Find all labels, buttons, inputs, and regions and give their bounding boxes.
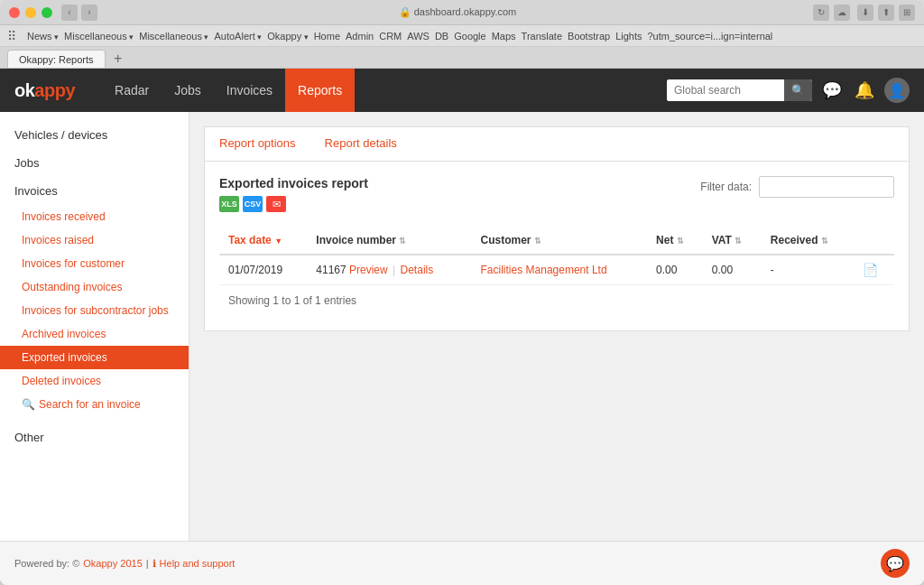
sort-arrows-icon: ⇅ bbox=[399, 237, 406, 246]
user-avatar[interactable]: 👤 bbox=[884, 78, 910, 103]
col-customer[interactable]: Customer ⇅ bbox=[472, 227, 648, 255]
tab-title: Okappy: Reports bbox=[19, 54, 94, 65]
nav-reports[interactable]: Reports bbox=[285, 69, 355, 112]
sort-arrows-icon-2: ⇅ bbox=[534, 237, 541, 246]
cloud-icon[interactable]: ☁ bbox=[834, 5, 850, 21]
nav-radar[interactable]: Radar bbox=[102, 69, 162, 112]
export-csv-button[interactable]: CSV bbox=[243, 196, 263, 212]
app-header: okappy Radar Jobs Invoices Reports 🔍 💬 🔔… bbox=[0, 69, 924, 112]
db-link[interactable]: DB bbox=[435, 31, 448, 42]
sidebar-invoices-customer[interactable]: Invoices for customer bbox=[0, 252, 189, 275]
crm-link[interactable]: CRM bbox=[379, 31, 402, 42]
share-icon[interactable]: ⬆ bbox=[878, 5, 894, 21]
traffic-lights bbox=[9, 7, 52, 18]
pipe-separator: | bbox=[393, 264, 395, 276]
autoalert-menu[interactable]: AutoAlert bbox=[214, 31, 262, 42]
chat-bubble-button[interactable]: 💬 bbox=[881, 549, 910, 578]
misc-menu-2[interactable]: Miscellaneous bbox=[139, 31, 208, 42]
global-search-box: 🔍 bbox=[667, 79, 812, 101]
sidebar-invoices-subcontractor[interactable]: Invoices for subcontractor jobs bbox=[0, 299, 189, 322]
table-row: 01/07/2019 41167 Preview | Details Faci bbox=[219, 255, 894, 285]
export-email-button[interactable]: ✉ bbox=[266, 196, 286, 212]
preview-link[interactable]: Preview bbox=[349, 264, 388, 276]
new-tab-icon[interactable]: ⊞ bbox=[899, 5, 915, 21]
sidebar-invoices-received[interactable]: Invoices received bbox=[0, 205, 189, 228]
brand-link[interactable]: Okappy 2015 bbox=[83, 558, 142, 569]
browser-tab-bar: Okappy: Reports + bbox=[0, 47, 924, 69]
forward-button[interactable]: › bbox=[81, 5, 97, 21]
sidebar-search-invoice[interactable]: 🔍 Search for an invoice bbox=[0, 393, 189, 416]
sidebar-archived-invoices[interactable]: Archived invoices bbox=[0, 322, 189, 346]
utm-link[interactable]: ?utm_source=i...ign=internal bbox=[648, 31, 773, 42]
bootstrap-link[interactable]: Bootstrap bbox=[568, 31, 610, 42]
export-xls-button[interactable]: XLS bbox=[219, 196, 239, 212]
okappy-menu[interactable]: Okappy bbox=[267, 31, 308, 42]
search-small-icon: 🔍 bbox=[22, 398, 35, 411]
cell-vat: 0.00 bbox=[703, 255, 762, 285]
misc-menu-1[interactable]: Miscellaneous bbox=[64, 31, 134, 42]
apps-icon[interactable]: ⠿ bbox=[7, 29, 16, 43]
download-icon[interactable]: ⬇ bbox=[857, 5, 873, 21]
file-icon[interactable]: 📄 bbox=[863, 263, 878, 277]
sidebar-deleted-invoices[interactable]: Deleted invoices bbox=[0, 369, 189, 393]
admin-link[interactable]: Admin bbox=[346, 31, 374, 42]
new-tab-button[interactable]: + bbox=[109, 50, 127, 68]
cell-file: 📄 bbox=[854, 255, 894, 285]
sidebar-exported-invoices[interactable]: Exported invoices bbox=[0, 346, 189, 369]
search-input[interactable] bbox=[667, 79, 784, 101]
col-invoice-number[interactable]: Invoice number ⇅ bbox=[307, 227, 471, 255]
report-body: Exported invoices report XLS CSV ✉ Filte… bbox=[205, 162, 909, 330]
filter-label: Filter data: bbox=[700, 181, 752, 193]
notifications-icon[interactable]: 🔔 bbox=[852, 78, 877, 103]
details-link[interactable]: Details bbox=[401, 264, 434, 276]
active-tab[interactable]: Okappy: Reports bbox=[7, 50, 106, 68]
footer-separator: | bbox=[146, 558, 149, 569]
customer-link[interactable]: Facilities Management Ltd bbox=[481, 264, 607, 276]
google-link[interactable]: Google bbox=[454, 31, 485, 42]
info-icon: ℹ bbox=[152, 558, 156, 570]
lights-link[interactable]: Lights bbox=[615, 31, 642, 42]
nav-invoices[interactable]: Invoices bbox=[214, 69, 285, 112]
translate-link[interactable]: Translate bbox=[522, 31, 562, 42]
col-tax-date[interactable]: Tax date ▼ bbox=[219, 227, 307, 255]
powered-by-text: Powered by: © bbox=[14, 558, 79, 569]
reload-icon[interactable]: ↻ bbox=[813, 5, 829, 21]
col-net[interactable]: Net ⇅ bbox=[647, 227, 703, 255]
sidebar-invoices-raised[interactable]: Invoices raised bbox=[0, 228, 189, 252]
maximize-button[interactable] bbox=[42, 7, 52, 18]
nav-jobs[interactable]: Jobs bbox=[162, 69, 214, 112]
sidebar-item-other[interactable]: Other bbox=[0, 423, 189, 451]
col-received[interactable]: Received ⇅ bbox=[762, 227, 854, 255]
home-link[interactable]: Home bbox=[314, 31, 340, 42]
messages-icon[interactable]: 💬 bbox=[819, 78, 845, 103]
back-button[interactable]: ‹ bbox=[61, 5, 78, 21]
report-tabs: Report options Report details bbox=[205, 127, 909, 162]
sidebar-item-vehicles[interactable]: Vehicles / devices bbox=[0, 121, 189, 149]
titlebar-nav: ‹ › bbox=[61, 5, 97, 21]
sidebar-item-invoices[interactable]: Invoices bbox=[0, 177, 189, 205]
help-link[interactable]: Help and support bbox=[160, 558, 236, 569]
sidebar: Vehicles / devices Jobs Invoices Invoice… bbox=[0, 112, 189, 541]
entries-count: Showing 1 to 1 of 1 entries bbox=[228, 294, 356, 307]
table-header-row: Tax date ▼ Invoice number ⇅ Customer ⇅ N… bbox=[219, 227, 894, 255]
close-button[interactable] bbox=[9, 7, 20, 18]
tab-report-options[interactable]: Report options bbox=[205, 127, 310, 161]
col-vat[interactable]: VAT ⇅ bbox=[703, 227, 762, 255]
minimize-button[interactable] bbox=[25, 7, 36, 18]
table-footer: Showing 1 to 1 of 1 entries bbox=[219, 285, 894, 316]
aws-link[interactable]: AWS bbox=[407, 31, 430, 42]
maps-link[interactable]: Maps bbox=[492, 31, 516, 42]
browser-toolbar: ⠿ News Miscellaneous Miscellaneous AutoA… bbox=[0, 25, 924, 47]
main-content: Vehicles / devices Jobs Invoices Invoice… bbox=[0, 112, 924, 541]
filter-input[interactable] bbox=[759, 176, 894, 198]
tab-report-details[interactable]: Report details bbox=[310, 127, 411, 161]
cell-net: 0.00 bbox=[647, 255, 703, 285]
search-button[interactable]: 🔍 bbox=[784, 79, 812, 101]
url-bar[interactable]: 🔒 dashboard.okappy.com bbox=[106, 6, 808, 18]
page-footer: Powered by: © Okappy 2015 | ℹ Help and s… bbox=[0, 541, 924, 585]
sidebar-outstanding-invoices[interactable]: Outstanding invoices bbox=[0, 275, 189, 299]
app-logo[interactable]: okappy bbox=[14, 80, 75, 101]
sidebar-item-jobs[interactable]: Jobs bbox=[0, 149, 189, 177]
sort-down-icon: ▼ bbox=[274, 237, 282, 246]
news-menu[interactable]: News bbox=[27, 31, 59, 42]
